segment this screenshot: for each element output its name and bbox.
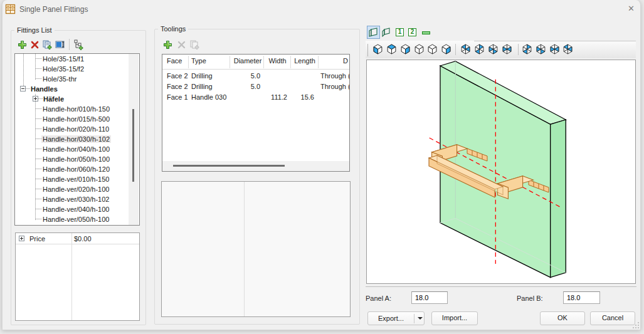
tree-item[interactable]: Handle-hor/060/h-120 [15,164,129,174]
panel-1-icon[interactable]: 1 [396,28,404,36]
view-iso-7-icon[interactable] [549,44,560,55]
delete-fitting-icon[interactable] [31,41,39,49]
view-cube-left-icon[interactable] [400,44,411,55]
tree-item-label: Handle-ver/010/h-150 [41,175,110,183]
panel-b-input[interactable] [563,291,600,304]
view-cube-back-icon[interactable] [386,44,397,55]
tree-item[interactable]: Hole/35-15/f2 [15,64,129,74]
view-cube-top-icon[interactable] [427,44,438,55]
view-cube-front-icon[interactable] [372,44,383,55]
view-iso-3-icon[interactable] [488,44,499,55]
corner-outline-icon[interactable] [381,28,391,37]
tree-item[interactable]: Handle-ver/020/h-100 [15,184,129,194]
rename-fitting-icon[interactable] [55,40,65,50]
ok-button[interactable]: OK [540,311,585,325]
cell-diameter: 5.0 [231,83,260,90]
view-iso-5-icon[interactable] [522,44,532,55]
tree-item[interactable]: Handle-ver/040/h-100 [15,204,129,214]
grid-divider [244,182,245,316]
resize-grip[interactable] [631,321,640,330]
tooling-properties-grid[interactable] [161,181,351,317]
collapse-expander-icon[interactable] [20,86,26,91]
add-group-icon[interactable] [74,39,85,50]
tree-item-label: Handle-hor/020/h-110 [41,125,110,133]
corner-solid-icon[interactable] [369,28,378,37]
column-separator [318,56,319,68]
cell-width: 111.2 [263,93,287,101]
cell-type: Handle 030 [191,93,226,101]
tree-item[interactable]: Handle-ver/030/h-102 [15,194,129,204]
delete-tooling-icon [177,41,186,49]
expand-expander-icon[interactable] [33,96,38,102]
tree-item-selected[interactable]: Handle-hor/030/h-102 [15,134,129,144]
view-iso-1-icon[interactable] [460,44,471,55]
import-button[interactable]: Import... [431,311,478,325]
tree-item-label: Handle-hor/010/h-150 [41,105,111,113]
price-value: $0.00 [74,235,92,243]
tree-item[interactable]: Handle-hor/015/h-500 [15,114,129,124]
toolbar-grip[interactable] [367,44,368,56]
tree-connector [36,189,41,189]
expand-expander-icon[interactable] [19,236,24,241]
tree-item-handles[interactable]: Handles [15,84,129,94]
table-row[interactable]: Face 2 Drilling 5.0 Through ( [162,71,349,81]
edge-line-icon[interactable] [422,31,430,34]
add-fitting-icon[interactable] [18,40,27,50]
tree-item[interactable]: Handle-hor/010/h-150 [15,104,129,114]
price-grid[interactable]: Price $0.00 [15,232,140,321]
column-header-width[interactable]: Width [265,57,290,65]
tree-connector [36,78,41,79]
column-header-depth[interactable]: D [319,57,348,65]
toolings-legend: Toolings [158,25,188,33]
panel-b-label: Panel B: [517,295,543,302]
panel-2-icon[interactable]: 2 [408,28,416,36]
tree-item[interactable]: Handle-hor/020/h-110 [15,124,129,134]
add-tooling-icon[interactable] [163,40,172,50]
cell-face: Face 1 [167,93,188,101]
scrollbar-thumb[interactable] [132,109,134,182]
tree-item-label: Handle-hor/015/h-500 [41,115,111,123]
toolings-table[interactable]: Face Type Diameter Width Length D Face 2… [162,54,350,172]
chevron-down-icon[interactable] [418,317,423,320]
cell-type: Drilling [191,72,213,80]
table-horizontal-scrollbar[interactable] [162,161,349,171]
tree-connector [36,209,41,209]
tree-item-hafele[interactable]: Häfele [15,94,129,104]
tree-item[interactable]: Handle-hor/050/h-100 [15,154,129,164]
view-iso-6-icon[interactable] [536,44,546,55]
tree-connector [36,199,41,199]
tree-item[interactable]: Handle-ver/050/h-100 [15,214,129,224]
copy-fitting-icon[interactable] [43,40,53,50]
view-cube-right-icon[interactable] [414,44,425,55]
view-iso-2-icon[interactable] [474,44,485,55]
panel-a-label: Panel A: [366,295,391,302]
view-iso-4-icon[interactable] [502,44,512,55]
close-button[interactable]: ✕ [622,0,640,18]
view-iso-8-icon[interactable] [562,44,573,55]
toolbar-separator [69,39,70,50]
column-header-type[interactable]: Type [191,57,206,65]
tree-item[interactable]: Hole/35-15/f1 [15,54,129,64]
column-header-length[interactable]: Length [292,57,318,65]
fittings-tree[interactable]: Hole/35-15/f1 Hole/35-15/f2 Hole/35-thr … [14,53,140,226]
tree-item[interactable]: Handle-hor/040/h-100 [15,144,129,154]
tree-connector [36,138,41,139]
column-header-diameter[interactable]: Diameter [232,57,263,65]
tree-item[interactable]: Hole/35-thr [15,74,129,84]
panel-a-input[interactable] [411,291,448,304]
table-row[interactable]: Face 2 Drilling 5.0 Through ( [162,81,349,92]
3d-viewport[interactable] [366,60,636,284]
view-cube-bottom-icon[interactable] [441,44,451,55]
tree-item[interactable]: Handle-ver/010/h-150 [15,174,129,184]
scrollbar-thumb[interactable] [173,165,285,167]
cell-face: Face 2 [167,72,188,80]
price-row[interactable]: Price $0.00 [16,233,139,244]
export-button[interactable]: Export... [367,311,425,325]
column-header-face[interactable]: Face [167,57,182,65]
tree-vertical-scrollbar[interactable] [129,54,139,225]
tree-item-label: Hole/35-thr [41,75,78,83]
tree-item-label: Handle-hor/030/h-102 [41,135,111,143]
table-row[interactable]: Face 1 Handle 030 111.2 15.6 [162,92,349,103]
header-underline [162,69,349,70]
cancel-button[interactable]: Cancel [590,311,635,325]
